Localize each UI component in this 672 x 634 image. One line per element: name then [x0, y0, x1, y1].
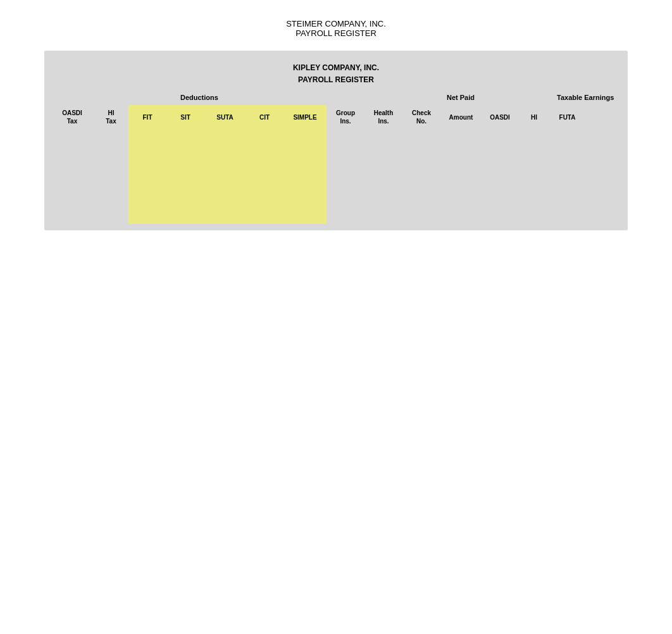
table-row: [327, 186, 364, 197]
table-row: [550, 209, 585, 220]
section-header-row: Deductions Net Paid Taxable Earnings: [51, 94, 621, 105]
table-row: [204, 186, 246, 197]
col-body-fit: [128, 129, 166, 224]
table-row: [166, 152, 204, 163]
table-row: [246, 163, 283, 175]
table-row: [166, 186, 204, 197]
net-paid-section-label: Net Paid: [447, 94, 475, 101]
table-row: [51, 197, 94, 209]
col-check-no: Check No.: [402, 105, 440, 224]
col-header-simple: SIMPLE: [283, 105, 327, 129]
table-row: [204, 197, 246, 209]
steimer-report-title: PAYROLL REGISTER: [0, 28, 672, 38]
table-row: [550, 129, 585, 140]
table-row: [440, 209, 482, 220]
table-row: [283, 197, 327, 209]
col-header-fit: FIT: [128, 105, 166, 129]
kipley-title: KIPLEY COMPANY, INC.: [51, 57, 621, 75]
col-body-oasdi-tax: [51, 129, 94, 224]
table-row: [518, 129, 550, 140]
col-oasdi: OASDI: [482, 105, 518, 224]
table-row: [204, 152, 246, 163]
col-header-group-ins: Group Ins.: [327, 105, 364, 129]
col-header-oasdi: OASDI: [482, 105, 518, 129]
table-row: [283, 152, 327, 163]
table-row: [402, 163, 440, 175]
table-row: [283, 163, 327, 175]
table-row: [482, 175, 518, 186]
col-body-amount: [440, 129, 482, 224]
table-row: [204, 129, 246, 140]
page-header: STEIMER COMPANY, INC. PAYROLL REGISTER: [0, 0, 672, 51]
col-futa: FUTA: [550, 105, 585, 224]
col-group-ins: Group Ins.: [327, 105, 364, 224]
table-row: [94, 152, 128, 163]
col-header-hi: HI: [518, 105, 550, 129]
table-row: [482, 186, 518, 197]
table-row: [166, 140, 204, 152]
table-row: [327, 140, 364, 152]
table-row: [518, 140, 550, 152]
table-row: [550, 197, 585, 209]
table-row: [94, 129, 128, 140]
table-row: [166, 129, 204, 140]
kipley-subtitle: PAYROLL REGISTER: [51, 75, 621, 94]
deductions-section-label: Deductions: [180, 94, 218, 101]
table-row: [204, 140, 246, 152]
col-body-suta: [204, 129, 246, 224]
table-row: [204, 175, 246, 186]
col-health-ins: Health Ins.: [364, 105, 402, 224]
table-row: [246, 129, 283, 140]
table-row: [51, 129, 94, 140]
report-container: KIPLEY COMPANY, INC. PAYROLL REGISTER De…: [44, 51, 628, 230]
table-row: [51, 140, 94, 152]
table-row: [402, 186, 440, 197]
table-row: [94, 140, 128, 152]
table-row: [283, 140, 327, 152]
table-row: [283, 175, 327, 186]
table-row: [283, 209, 327, 220]
col-body-hi-tax: [94, 129, 128, 224]
col-header-futa: FUTA: [550, 105, 585, 129]
table-row: [518, 163, 550, 175]
col-header-suta: SUTA: [204, 105, 246, 129]
table-row: [166, 197, 204, 209]
table-row: [51, 209, 94, 220]
col-body-simple: [283, 129, 327, 224]
col-body-hi: [518, 129, 550, 224]
table-row: [440, 163, 482, 175]
col-cit: CIT: [246, 105, 283, 224]
table-row: [94, 163, 128, 175]
table-row: [402, 152, 440, 163]
table-row: [94, 197, 128, 209]
col-header-cit: CIT: [246, 105, 283, 129]
table-row: [482, 163, 518, 175]
table-row: [402, 175, 440, 186]
col-body-cit: [246, 129, 283, 224]
table-row: [128, 140, 166, 152]
table-row: [327, 197, 364, 209]
table-row: [482, 197, 518, 209]
col-fit: FIT: [128, 105, 166, 224]
table-row: [518, 209, 550, 220]
table-row: [128, 175, 166, 186]
table-columns-row: OASDI TaxHI TaxFITSITSUTACITSIMPLEGroup …: [51, 105, 621, 224]
col-body-check-no: [402, 129, 440, 224]
col-suta: SUTA: [204, 105, 246, 224]
table-row: [94, 209, 128, 220]
col-header-oasdi-tax: OASDI Tax: [51, 105, 94, 129]
table-row: [283, 186, 327, 197]
col-body-sit: [166, 129, 204, 224]
table-row: [128, 209, 166, 220]
table-row: [327, 163, 364, 175]
col-simple: SIMPLE: [283, 105, 327, 224]
table-row: [128, 186, 166, 197]
table-row: [364, 209, 402, 220]
table-row: [327, 129, 364, 140]
table-row: [94, 175, 128, 186]
col-hi-tax: HI Tax: [94, 105, 128, 224]
table-row: [204, 163, 246, 175]
table-row: [204, 209, 246, 220]
col-amount: Amount: [440, 105, 482, 224]
steimer-company-name: STEIMER COMPANY, INC.: [0, 19, 672, 28]
